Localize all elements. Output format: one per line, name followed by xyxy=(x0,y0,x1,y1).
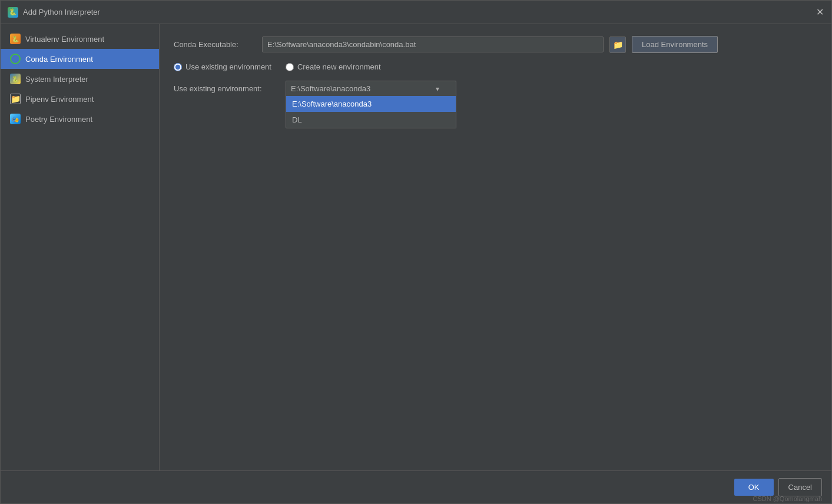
title-bar-left: 🐍 Add Python Interpreter xyxy=(8,7,100,18)
env-select-display[interactable]: E:\Software\anaconda3 ▾ xyxy=(286,81,456,96)
env-select-value: E:\Software\anaconda3 xyxy=(291,84,370,93)
sidebar-label-virtualenv: Virtualenv Environment xyxy=(25,35,104,44)
conda-icon xyxy=(10,54,21,64)
dialog-title: Add Python Interpreter xyxy=(23,8,100,16)
sidebar: 🐍 Virtualenv Environment Conda Environme… xyxy=(1,24,160,470)
sidebar-item-poetry[interactable]: 🎭 Poetry Environment xyxy=(1,109,159,129)
create-new-radio-label[interactable]: Create new environment xyxy=(286,62,381,71)
sidebar-item-virtualenv[interactable]: 🐍 Virtualenv Environment xyxy=(1,29,159,49)
bottom-bar: OK Cancel CSDN @Qomolangmah xyxy=(1,470,831,503)
load-environments-button[interactable]: Load Environments xyxy=(632,36,718,53)
poetry-icon: 🎭 xyxy=(10,114,21,124)
dropdown-item-dl[interactable]: DL xyxy=(286,112,456,128)
create-new-radio-text: Create new environment xyxy=(297,62,381,71)
conda-executable-row: Conda Executable: 📁 Load Environments xyxy=(174,36,817,53)
sidebar-label-poetry: Poetry Environment xyxy=(25,115,92,124)
dropdown-item-anaconda3-label: E:\Software\anaconda3 xyxy=(292,100,372,108)
env-dropdown-wrapper: E:\Software\anaconda3 ▾ E:\Software\anac… xyxy=(286,81,456,96)
sidebar-item-pipenv[interactable]: 📁 Pipenv Environment xyxy=(1,89,159,109)
sidebar-label-system: System Interpreter xyxy=(25,75,88,84)
conda-executable-input[interactable] xyxy=(262,37,604,52)
env-dropdown-list: E:\Software\anaconda3 DL xyxy=(286,96,456,128)
use-existing-radio-label[interactable]: Use existing environment xyxy=(174,62,271,71)
env-select-row: Use existing environment: E:\Software\an… xyxy=(174,81,817,96)
watermark: CSDN @Qomolangmah xyxy=(753,495,822,502)
system-icon: 🐍 xyxy=(10,74,21,84)
add-python-interpreter-dialog: 🐍 Add Python Interpreter ✕ 🐍 Virtualenv … xyxy=(0,0,832,504)
use-existing-env-label: Use existing environment: xyxy=(174,84,280,93)
create-new-radio[interactable] xyxy=(286,63,294,71)
main-panel: Conda Executable: 📁 Load Environments Us… xyxy=(160,24,831,470)
use-existing-radio[interactable] xyxy=(174,63,182,71)
sidebar-label-pipenv: Pipenv Environment xyxy=(25,95,94,104)
close-button[interactable]: ✕ xyxy=(815,8,824,17)
use-existing-radio-text: Use existing environment xyxy=(185,62,271,71)
sidebar-item-conda[interactable]: Conda Environment xyxy=(1,49,159,69)
ok-button[interactable]: OK xyxy=(734,479,774,496)
title-bar: 🐍 Add Python Interpreter ✕ xyxy=(1,1,831,24)
dropdown-item-anaconda3[interactable]: E:\Software\anaconda3 xyxy=(286,96,456,112)
dialog-icon: 🐍 xyxy=(8,7,18,18)
conda-executable-label: Conda Executable: xyxy=(174,40,256,49)
radio-row: Use existing environment Create new envi… xyxy=(174,62,817,71)
content-area: 🐍 Virtualenv Environment Conda Environme… xyxy=(1,24,831,470)
sidebar-label-conda: Conda Environment xyxy=(25,55,93,64)
folder-browse-button[interactable]: 📁 xyxy=(609,37,626,53)
cancel-button[interactable]: Cancel xyxy=(778,478,822,496)
pipenv-icon: 📁 xyxy=(10,94,21,104)
dropdown-item-dl-label: DL xyxy=(292,115,302,124)
virtualenv-icon: 🐍 xyxy=(10,34,21,44)
chevron-down-icon: ▾ xyxy=(436,85,439,93)
sidebar-item-system[interactable]: 🐍 System Interpreter xyxy=(1,69,159,89)
